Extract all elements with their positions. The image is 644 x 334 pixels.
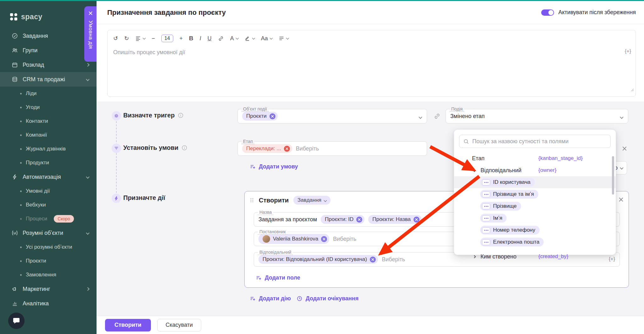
redo-button[interactable]: ↻ [124,35,129,42]
uspacy-logo[interactable]: spacy [0,0,97,29]
sidebar-item-groups[interactable]: Групи [0,43,97,58]
conditional-action-tab[interactable]: Умовна дія [84,6,97,62]
conditions-section-title: Установіть умови [123,144,187,151]
highlighter-icon [245,36,250,41]
stage-condition-field[interactable]: Етап Переклади: ... Виберіть [237,141,427,156]
info-icon[interactable] [181,145,187,151]
crm-icon [12,76,18,82]
font-size-decrease-button[interactable]: − [152,35,155,42]
sidebar-item-smart-objects[interactable]: Розумні обʼєкти [0,226,97,240]
sidebar-item-leads[interactable]: Ліди [0,87,97,100]
underline-button[interactable]: U [208,35,212,42]
dropdown-item-last-name[interactable]: Прізвище [454,200,616,212]
remove-chip-icon[interactable] [356,217,362,223]
activate-toggle[interactable] [541,9,554,16]
dropdown-item-stage[interactable]: Етап {kanban_stage_id} [454,152,616,164]
trigger-section-title: Визначте тригер [123,112,184,119]
author-chip[interactable]: Valeriia Bashkirova [258,234,329,244]
entity-type-chip[interactable]: Завдання [293,196,330,205]
sidebar-item-call-log[interactable]: Журнал дзвінків [0,142,97,156]
italic-button[interactable]: I [200,35,201,42]
sidebar-item-schedule[interactable]: Розклад [0,58,97,72]
dropdown-item-full-name[interactable]: Прізвище та імʼя [454,188,616,200]
align-menu-button[interactable] [135,36,145,41]
chevron-right-icon [472,254,476,259]
remove-chip-icon[interactable] [284,146,290,152]
drag-handle-icon[interactable] [250,197,254,203]
sidebar: spacy Завдання Групи Розклад CRM та прод… [0,0,97,334]
chevron-down-icon[interactable] [419,114,422,120]
dropdown-item-user-id[interactable]: ID користувача [454,176,616,188]
add-filter-icon [250,296,256,302]
stage-chip[interactable]: Переклади: ... [242,144,292,153]
create-button[interactable]: Створити [105,319,151,331]
sidebar-item-orders[interactable]: Замовлення [0,268,97,282]
info-icon[interactable] [178,112,184,118]
variable-dots-icon [482,227,490,233]
resize-handle-icon[interactable] [630,88,634,92]
paragraph-menu-button[interactable] [279,36,289,41]
event-object-field[interactable]: Обʼєкт події Проєкти [237,109,427,123]
sidebar-item-products[interactable]: Продукти [0,156,97,170]
text-color-button[interactable]: A [230,35,238,42]
sidebar-item-contacts[interactable]: Контакти [0,114,97,128]
sidebar-item-automation[interactable]: Автоматизація [0,170,97,184]
remove-condition-icon[interactable] [622,146,627,151]
cancel-button[interactable]: Скасувати [157,319,202,331]
top-accent-line [0,0,644,1]
remove-action-icon[interactable] [619,197,624,202]
dropdown-scrollbar[interactable] [612,156,614,195]
highlight-button[interactable] [245,36,255,41]
event-field[interactable]: Подія Змінено етап [446,109,628,123]
bullet-icon [20,93,22,94]
sidebar-item-companies[interactable]: Компанії [0,128,97,142]
dropdown-item-email[interactable]: Електронна пошта [454,236,616,248]
clock-icon [297,296,303,302]
author-select-placeholder: Виберіть [333,236,356,242]
sidebar-item-deals[interactable]: Угоди [0,100,97,114]
sidebar-item-projects[interactable]: Проєкти [0,254,97,268]
add-condition-button[interactable]: Додати умову [250,163,298,170]
chevron-down-icon [324,199,327,202]
sidebar-item-analytics[interactable]: Аналітика [0,296,97,311]
sidebar-item-all-smart-objects[interactable]: Усі розумні обʼєкти [0,240,97,254]
footer-bar: Створити Скасувати [97,316,644,334]
chevron-down-icon [472,168,476,173]
dropdown-item-first-name[interactable]: Імʼя [454,212,616,224]
sidebar-item-webhooks[interactable]: Вебхуки [0,198,97,212]
chat-widget-button[interactable] [8,313,25,329]
sidebar-item-tasks[interactable]: Завдання [0,29,97,43]
dropdown-item-phone[interactable]: Номер телефону [454,224,616,236]
responsible-chip[interactable]: Проєкти: Відповідальний (ID користувача) [258,255,378,264]
bold-button[interactable]: B [189,35,193,42]
variable-search-input[interactable]: Пошук за назвою сутності та полями [459,135,611,148]
remove-chip-icon[interactable] [321,236,327,242]
event-object-chip[interactable]: Проєкти [242,112,278,121]
link-button[interactable] [218,36,224,42]
sidebar-item-crm[interactable]: CRM та продажі [0,72,97,87]
insert-variable-button[interactable]: {+} [625,48,631,54]
close-icon[interactable] [88,11,93,15]
project-id-chip[interactable]: Проєкти: ID [321,215,364,224]
chevron-down-icon[interactable] [620,114,623,120]
remove-chip-icon[interactable] [269,113,275,119]
font-size-value[interactable]: 14 [161,35,173,42]
add-wait-button[interactable]: Додати очікування [297,295,358,302]
remove-chip-icon[interactable] [414,217,419,223]
search-icon [463,139,469,144]
font-size-increase-button[interactable]: + [180,35,183,42]
sidebar-item-marketing[interactable]: Маркетинг [0,282,97,296]
project-name-chip[interactable]: Проєкти: Назва [368,215,422,224]
text-case-button[interactable]: Aa [261,35,272,42]
description-placeholder: Опишіть процес умовної дії [113,49,185,55]
sidebar-item-conditional-actions[interactable]: Умовні дії [0,184,97,198]
description-input[interactable]: Опишіть процес умовної дії {+} [108,47,636,93]
undo-button[interactable]: ↺ [113,35,118,42]
conditions-step-icon [112,144,121,153]
add-action-button[interactable]: Додати дію [250,295,291,302]
dropdown-item-created-by[interactable]: Ким створено {created_by} [454,251,616,263]
variable-code: {owner} [538,167,557,173]
remove-chip-icon[interactable] [370,257,376,263]
dropdown-item-responsible[interactable]: Відповідальний {owner} [454,164,616,176]
add-field-button[interactable]: Додати поле [256,275,300,281]
